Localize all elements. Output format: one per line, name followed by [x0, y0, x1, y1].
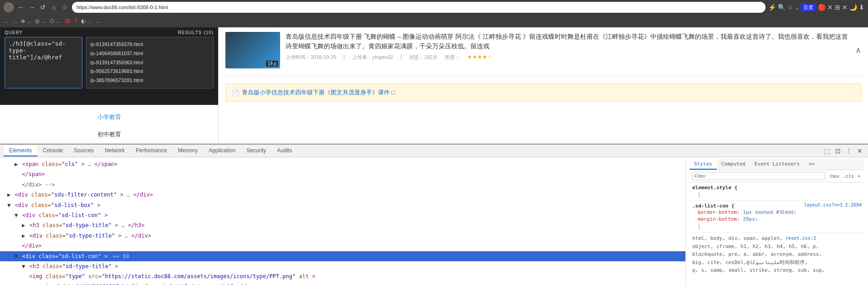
dom-tag11-close: >: [115, 263, 118, 269]
tab-sources[interactable]: Sources: [68, 145, 99, 156]
ext-icon-4[interactable]: ✕: [842, 4, 848, 11]
home-button[interactable]: ⌂: [49, 3, 58, 12]
bookmark-1[interactable]: …: [4, 18, 9, 24]
close-devtools-button[interactable]: ✕: [855, 146, 864, 155]
tab-computed[interactable]: Computed: [717, 159, 750, 170]
uploader-name: 上传者：yingwu32: [352, 54, 393, 61]
tab-elements[interactable]: Elements: [4, 145, 37, 156]
dom-line-2[interactable]: </span>: [0, 169, 685, 179]
dom-line-10-selected[interactable]: ▼ <div class="sd-list-con" > == $0: [0, 251, 685, 261]
tab-application[interactable]: Application: [203, 145, 241, 156]
address-text: https://www.doc88.com/list-8308-0-1.html: [77, 5, 168, 10]
filter-hov[interactable]: :hov: [827, 173, 841, 179]
reload-button[interactable]: ↺: [38, 3, 47, 12]
filter-cls[interactable]: .cls: [842, 173, 855, 179]
expand-arrow-4[interactable]: ▶: [7, 192, 10, 198]
bookmark-7[interactable]: …: [96, 18, 101, 24]
expand-arrow-5[interactable]: ▼: [7, 202, 10, 208]
bookmark-3[interactable]: ⊕ …: [21, 18, 31, 24]
tab-audits[interactable]: Audits: [271, 145, 297, 156]
expand-arrow-7[interactable]: ▶: [22, 222, 25, 228]
dom-line-9[interactable]: </div>: [0, 241, 685, 251]
dom-line-4[interactable]: ▶ <div class="sds-filter-content" > … </…: [0, 190, 685, 200]
tab-performance[interactable]: Performance: [130, 145, 173, 156]
result-item-5[interactable]: /p-3857896573281.html: [90, 76, 209, 85]
tab-security[interactable]: Security: [241, 145, 271, 156]
result-item-1[interactable]: /p-9139147359378.html: [90, 40, 209, 49]
ext-icon-3[interactable]: ⊞: [835, 4, 840, 11]
dom-ell-4: …: [127, 192, 130, 198]
dom-attr-val-1: "cls": [61, 161, 78, 167]
result-item-4[interactable]: /p-9562573619683.html: [90, 67, 209, 76]
dom-line-6[interactable]: ▼ <div class="sd-list-con" >: [0, 210, 685, 220]
tab-network[interactable]: Network: [99, 145, 130, 156]
bookmark-jd[interactable]: JD: [64, 18, 71, 24]
dom-line-5[interactable]: ▼ <div class="sd-list-box" >: [0, 200, 685, 210]
star-button[interactable]: ☆: [60, 3, 69, 12]
expand-arrow-6[interactable]: ▼: [15, 212, 18, 218]
tab-memory[interactable]: Memory: [173, 145, 203, 156]
dom-line-3[interactable]: </div> -->: [0, 180, 685, 190]
search-icon[interactable]: 🔍: [778, 4, 786, 11]
article-link[interactable]: 📄 青岛版小学信息技术四年级下册《图文并茂显身手》课件 □: [225, 83, 861, 102]
reset-css-line2: object, iframe, h1, h2, h3, h4, h5, h6, …: [692, 244, 819, 249]
ext-icon-2[interactable]: ✕: [827, 4, 833, 11]
dom-tag12-close: >: [312, 273, 315, 280]
tab-more[interactable]: >>: [804, 159, 819, 170]
bookmark-4[interactable]: ◎ …: [35, 18, 46, 24]
selector-text-sdlistcon: .sd-list-con {: [692, 203, 735, 209]
menu-icon[interactable]: ⌵: [795, 4, 799, 11]
reset-css-source[interactable]: reset.css:3: [786, 236, 816, 241]
dom-line-12[interactable]: <img class="type" src="https://static.do…: [0, 271, 685, 281]
more-tools-button[interactable]: ⋮: [844, 146, 853, 155]
expand-button[interactable]: ∧: [855, 32, 861, 68]
result-item-3[interactable]: /p-9139147359363.html: [90, 58, 209, 67]
upload-time: 上传时间：2018-10-25: [286, 54, 336, 61]
dom-line-8[interactable]: ▶ <div class="sd-type-title" > … </div>: [0, 231, 685, 241]
dom-line-7[interactable]: ▶ <h3 class="sd-type-title" > … </h3>: [0, 220, 685, 230]
prop-name-border: border-bottom:: [698, 209, 740, 215]
dom-attr-1: class=: [42, 161, 61, 167]
address-bar[interactable]: https://www.doc88.com/list-8308-0-1.html: [72, 2, 766, 13]
night-mode-icon[interactable]: 🌙: [849, 4, 857, 11]
dom-line-1[interactable]: ▶ <span class="cls" > … </span>: [0, 159, 685, 169]
bookmark-t[interactable]: T: [74, 18, 77, 24]
tab-event-listeners[interactable]: Event Listeners: [750, 159, 804, 170]
forward-button[interactable]: →: [27, 3, 36, 12]
nav-item-middle[interactable]: 初中教育: [0, 126, 218, 143]
query-input[interactable]: ./h3[@class="sd-type-title"]/a/@href: [5, 37, 82, 88]
nav-item-primary[interactable]: 小学教育: [0, 109, 218, 126]
style-block-sdlistcon: .sd-list-con { layout.css?v=3.2:2694 bor…: [689, 201, 864, 233]
style-source-sdlistcon[interactable]: layout.css?v=3.2:2694: [804, 202, 862, 207]
download-icon[interactable]: ⬇: [859, 4, 864, 11]
result-item-2[interactable]: /p-1406459061037.html: [90, 49, 209, 58]
expand-arrow-11[interactable]: ▼: [22, 263, 25, 269]
devtools-tabs-bar: Elements Console Sources Network Perform…: [0, 145, 868, 157]
profile-icon[interactable]: 👤: [4, 2, 14, 12]
tab-console[interactable]: Console: [37, 145, 68, 156]
expand-arrow-10[interactable]: ▼: [15, 253, 18, 259]
baidu-icon[interactable]: 百度: [801, 3, 816, 12]
dom-tag-5: <div: [15, 202, 28, 208]
bookmark-6[interactable]: ◐ …: [81, 18, 92, 24]
bookmark-2[interactable]: …: [12, 18, 17, 24]
back-button[interactable]: ←: [16, 3, 26, 12]
ext-icon-1[interactable]: 🔴: [818, 4, 826, 11]
expand-arrow-1[interactable]: ▶: [15, 161, 18, 167]
expand-arrow-8[interactable]: ▶: [22, 233, 25, 239]
thunder-icon[interactable]: ⚡: [768, 4, 776, 11]
dom-line-13[interactable]: ▼ <a href="/p-1406459061037.html" class=…: [0, 282, 685, 285]
dom-tag-close-1: >: [82, 161, 85, 167]
bookmark-5[interactable]: ⬡ …: [50, 18, 61, 24]
inspect-element-button[interactable]: ⬚: [822, 146, 832, 155]
dom-line-11[interactable]: ▼ <h3 class="sd-type-title" >: [0, 261, 685, 271]
query-label: QUERY: [5, 30, 23, 35]
article-meta: 上传时间：2018-10-25 | 上传者：yingwu32 | 浏览：182次…: [286, 54, 850, 61]
bookmark-star-icon[interactable]: ☆: [787, 4, 793, 11]
dom-ellipsis-1: …: [88, 161, 91, 167]
responsive-button[interactable]: ⊡: [833, 146, 842, 155]
tab-styles[interactable]: Styles: [689, 159, 717, 170]
article-title: 青岛版信息技术四年级下册 飞舞的蝴蝶 – 图像运动动画萌芽 阿尔法《 江畔独步寻…: [286, 32, 850, 51]
filter-add[interactable]: +: [856, 173, 862, 179]
styles-filter-input[interactable]: [692, 172, 825, 180]
